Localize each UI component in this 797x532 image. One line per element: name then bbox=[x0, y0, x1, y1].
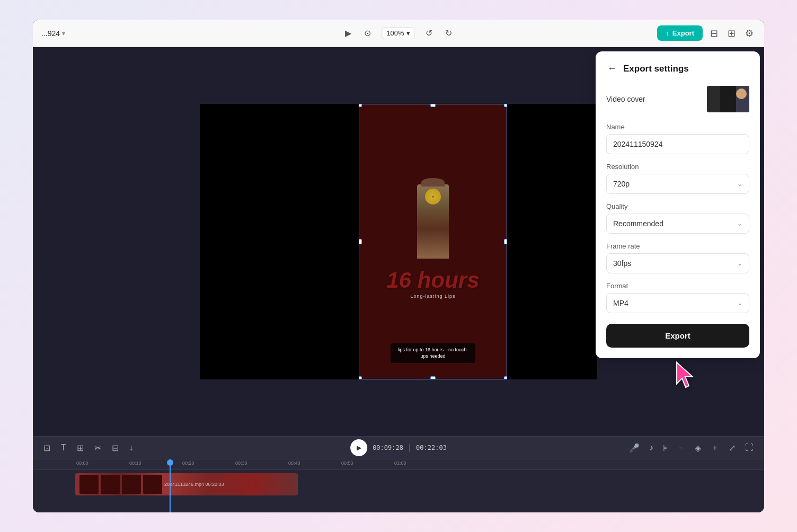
main-content: ⊡ ⊠ ⊞ ⊛ ••• bbox=[33, 47, 764, 512]
project-dropdown-icon[interactable]: ▾ bbox=[62, 30, 65, 37]
play-icon: ▶ bbox=[357, 444, 361, 451]
video-right-black bbox=[507, 104, 597, 379]
export-top-button[interactable]: ↑ Export bbox=[657, 25, 703, 41]
lipstick-tip bbox=[421, 178, 445, 187]
thumb-person-area bbox=[736, 86, 749, 112]
format-chevron-icon: ⌄ bbox=[737, 299, 742, 307]
export-main-label: Export bbox=[665, 331, 690, 340]
format-value: MP4 bbox=[613, 299, 628, 307]
back-button[interactable]: ← bbox=[606, 62, 618, 75]
resolution-field-section: Resolution 720p ⌄ bbox=[606, 163, 749, 194]
play-button[interactable]: ▶ bbox=[343, 26, 353, 40]
video-cover-section: Video cover bbox=[606, 86, 749, 112]
lipstick-coin: ✦ bbox=[425, 189, 441, 205]
ruler-40: 00:40 bbox=[288, 460, 300, 466]
ruler-20: 00:20 bbox=[182, 460, 194, 466]
timeline-track: 20241113246.mp4 00:22:03 bbox=[33, 471, 764, 498]
export-icon: ↑ bbox=[666, 29, 669, 37]
crop-timeline-button[interactable]: ⊡ bbox=[41, 441, 52, 455]
project-name[interactable]: ...924 ▾ bbox=[41, 29, 65, 38]
split-timeline-button[interactable]: ✂ bbox=[92, 441, 103, 455]
zoom-chevron-icon: ▾ bbox=[406, 29, 410, 37]
thumb-dark-area bbox=[707, 86, 720, 112]
project-name-label: ...924 bbox=[41, 29, 60, 38]
thumb-face bbox=[736, 88, 747, 99]
quality-label: Quality bbox=[606, 202, 749, 210]
name-field-section: Name bbox=[606, 123, 749, 154]
export-main-button[interactable]: Export bbox=[606, 324, 749, 348]
app-window: ...924 ▾ ▶ ⊙ 100% ▾ ↺ ↻ ↑ Export ⊟ ⊞ ⚙ bbox=[33, 20, 764, 512]
expand-button[interactable]: ⤢ bbox=[727, 441, 738, 455]
clip-thumb-2 bbox=[101, 475, 120, 494]
ruler-0: 00:00 bbox=[76, 460, 88, 466]
fullscreen-button[interactable]: ⛶ bbox=[743, 441, 756, 455]
track-clip[interactable]: 20241113246.mp4 00:22:03 bbox=[75, 473, 298, 495]
trim-timeline-button[interactable]: ⊞ bbox=[75, 441, 86, 455]
frame-rate-value: 30fps bbox=[613, 259, 631, 268]
main-title-text: 16 hours bbox=[386, 269, 479, 291]
play-timeline-button[interactable]: ▶ bbox=[350, 439, 367, 456]
redo-button[interactable]: ↻ bbox=[443, 26, 454, 40]
zoom-label: 100% bbox=[386, 29, 404, 37]
export-panel: ← Export settings Video cover bbox=[596, 51, 760, 358]
video-cover-thumbnail[interactable] bbox=[707, 86, 749, 112]
format-field-section: Format MP4 ⌄ bbox=[606, 282, 749, 313]
download-timeline-button[interactable]: ↓ bbox=[127, 441, 136, 455]
mic-button[interactable]: 🎤 bbox=[627, 441, 642, 455]
frame-rate-select[interactable]: 30fps ⌄ bbox=[606, 253, 749, 273]
playhead-head bbox=[167, 459, 173, 466]
reset-button[interactable]: ⊙ bbox=[362, 26, 373, 40]
quality-select[interactable]: Recommended ⌄ bbox=[606, 214, 749, 234]
zoom-range-button[interactable]: ◈ bbox=[693, 441, 703, 455]
video-canvas: ⊡ ⊠ ⊞ ⊛ ••• bbox=[200, 104, 597, 379]
ruler-50: 00:50 bbox=[341, 460, 353, 466]
timeline-center-controls: ▶ 00:09:28 | 00:22:03 bbox=[350, 439, 447, 456]
panel-header: ← Export settings bbox=[606, 62, 749, 75]
format-label: Format bbox=[606, 282, 749, 290]
quality-field-section: Quality Recommended ⌄ bbox=[606, 202, 749, 234]
resolution-chevron-icon: ⌄ bbox=[737, 180, 742, 188]
current-time-display: 00:09:28 bbox=[373, 444, 403, 451]
resolution-select[interactable]: 720p ⌄ bbox=[606, 174, 749, 194]
layers-icon-button[interactable]: ⊟ bbox=[708, 25, 720, 41]
frame-rate-label: Frame rate bbox=[606, 242, 749, 250]
format-select[interactable]: MP4 ⌄ bbox=[606, 293, 749, 313]
ruler-10: 00:10 bbox=[129, 460, 141, 466]
cut-timeline-button[interactable]: ⊟ bbox=[110, 441, 121, 455]
zoom-out-button[interactable]: － bbox=[675, 440, 687, 456]
video-center-clip[interactable]: ⊡ ⊠ ⊞ ⊛ ••• bbox=[359, 104, 507, 379]
toolbar-center: ▶ ⊙ 100% ▾ ↺ ↻ bbox=[343, 26, 454, 40]
playhead[interactable] bbox=[170, 459, 171, 512]
zoom-control[interactable]: 100% ▾ bbox=[382, 27, 414, 39]
name-label: Name bbox=[606, 123, 749, 131]
music-button[interactable]: ♪ bbox=[647, 441, 656, 455]
timeline-ruler: 00:00 00:10 00:20 00:30 00:40 00:50 01:0… bbox=[33, 459, 764, 470]
video-left-black bbox=[200, 104, 359, 379]
time-separator: | bbox=[409, 443, 411, 453]
caption-box: lips for up to 16 hours—no touch-ups nee… bbox=[391, 343, 475, 363]
toolbar-right: ↑ Export ⊟ ⊞ ⚙ bbox=[657, 25, 756, 41]
timeline-right-controls: 🎤 ♪ ⊧ － ◈ ＋ ⤢ ⛶ bbox=[627, 440, 756, 456]
subtitle-text: Long-lasting Lips bbox=[410, 294, 455, 299]
undo-button[interactable]: ↺ bbox=[423, 26, 435, 40]
back-icon: ← bbox=[607, 63, 617, 74]
settings-icon-button[interactable]: ⚙ bbox=[743, 25, 756, 41]
cursor-arrow bbox=[674, 360, 701, 394]
clip-thumb-1 bbox=[79, 475, 99, 494]
zoom-in-button[interactable]: ＋ bbox=[709, 440, 721, 456]
frame-rate-field-section: Frame rate 30fps ⌄ bbox=[606, 242, 749, 273]
timeline-toolbar: ⊡ T ⊞ ✂ ⊟ ↓ ▶ 00:09:28 | 00:22:03 🎤 ♪ ⊧ … bbox=[33, 436, 764, 459]
svg-marker-0 bbox=[677, 362, 693, 387]
frame-rate-chevron-icon: ⌄ bbox=[737, 260, 742, 267]
text-timeline-button[interactable]: T bbox=[59, 441, 68, 455]
resolution-value: 720p bbox=[613, 180, 630, 188]
layout-icon-button[interactable]: ⊞ bbox=[725, 25, 738, 41]
clip-thumb-4 bbox=[143, 475, 162, 494]
cursor-svg bbox=[674, 360, 701, 392]
quality-chevron-icon: ⌄ bbox=[737, 220, 742, 227]
lipstick-image: ✦ bbox=[417, 184, 449, 259]
caption-text: lips for up to 16 hours—no touch-ups nee… bbox=[397, 347, 468, 359]
name-input[interactable] bbox=[606, 134, 749, 154]
export-top-label: Export bbox=[672, 29, 694, 37]
align-button[interactable]: ⊧ bbox=[661, 441, 669, 455]
